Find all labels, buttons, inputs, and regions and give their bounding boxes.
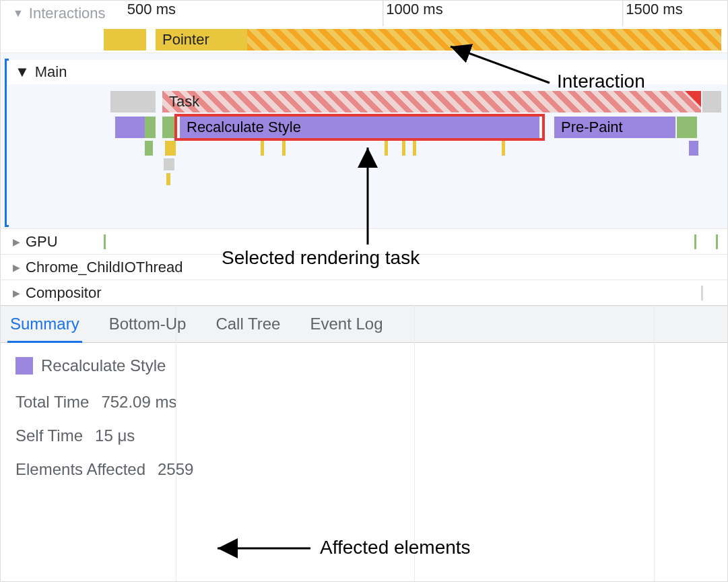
pre-paint-label: Pre-Paint (561, 119, 623, 136)
self-time-label: Self Time (15, 426, 83, 445)
paint-bar-small[interactable] (145, 117, 156, 138)
ruler-tick: 1500 ms (622, 1, 682, 26)
pointer-pre-bar (104, 29, 146, 51)
micro-bar[interactable] (689, 141, 698, 156)
gpu-tick (716, 234, 718, 249)
recalculate-style-label: Recalculate Style (187, 119, 301, 136)
tab-bottom-up[interactable]: Bottom-Up (109, 306, 187, 342)
micro-bar[interactable] (282, 141, 286, 156)
gpu-track[interactable]: ▶ GPU (1, 228, 727, 254)
interactions-track-header[interactable]: ▼ Interactions 500 ms 1000 ms 1500 ms (1, 1, 727, 26)
chrome-childio-label: Chrome_ChildIOThread (26, 259, 183, 276)
ruler-tick: 500 ms (125, 1, 176, 26)
task-label: Task (169, 93, 199, 110)
chevron-right-icon: ▶ (13, 288, 20, 298)
micro-bar[interactable] (261, 141, 264, 156)
compositor-track[interactable]: ▶ Compositor (1, 280, 727, 305)
gpu-tick (104, 234, 106, 249)
pointer-bar[interactable]: Pointer (156, 29, 247, 51)
pre-paint-bar[interactable]: Pre-Paint (554, 117, 675, 138)
total-time-label: Total Time (15, 393, 89, 412)
chevron-right-icon: ▶ (13, 236, 20, 247)
chrome-childio-track[interactable]: ▶ Chrome_ChildIOThread (1, 254, 727, 280)
self-time-row: Self Time 15 μs (15, 426, 713, 445)
chevron-right-icon: ▶ (13, 262, 20, 273)
main-label: Main (35, 63, 67, 81)
self-time-value: 15 μs (95, 426, 135, 445)
gpu-tick (694, 234, 696, 249)
paint-bar-small-2[interactable] (162, 117, 174, 138)
total-time-row: Total Time 752.09 ms (15, 393, 713, 412)
pointer-label: Pointer (162, 31, 209, 48)
compositor-tick (701, 286, 703, 300)
style-bar-small[interactable] (115, 117, 145, 138)
micro-bar[interactable] (164, 158, 174, 170)
tab-call-tree[interactable]: Call Tree (216, 306, 280, 342)
selection-bracket (5, 59, 9, 227)
micro-bar[interactable] (402, 141, 405, 156)
elements-affected-label: Elements Affected (15, 460, 145, 479)
annotation-affected: Affected elements (320, 537, 471, 558)
compositor-label: Compositor (26, 284, 101, 302)
long-task-marker (685, 91, 701, 107)
total-time-value: 752.09 ms (101, 393, 176, 412)
chevron-down-icon: ▼ (13, 7, 24, 20)
tab-event-log[interactable]: Event Log (310, 306, 383, 342)
summary-panel: Recalculate Style Total Time 752.09 ms S… (1, 343, 727, 507)
chevron-down-icon: ▼ (15, 63, 30, 81)
task-bar-trailing[interactable] (702, 91, 721, 112)
ruler-tick: 1000 ms (383, 1, 442, 26)
micro-bar[interactable] (502, 141, 505, 156)
gpu-label: GPU (26, 233, 58, 251)
task-bar-small[interactable] (110, 91, 156, 112)
micro-bar[interactable] (385, 141, 388, 156)
color-swatch (15, 357, 33, 375)
interactions-label: Interactions (29, 5, 106, 22)
micro-bar[interactable] (413, 141, 416, 156)
paint-bar[interactable] (677, 117, 697, 138)
elements-affected-row: Elements Affected 2559 (15, 460, 713, 479)
details-tabs: Summary Bottom-Up Call Tree Event Log (1, 305, 727, 343)
recalculate-style-bar[interactable]: Recalculate Style (180, 117, 539, 138)
micro-bar[interactable] (166, 173, 170, 185)
micro-bar[interactable] (165, 141, 176, 156)
micro-bar[interactable] (145, 141, 153, 156)
tab-summary[interactable]: Summary (10, 306, 79, 342)
interaction-pointer-row[interactable]: Pointer (1, 26, 727, 53)
details-title: Recalculate Style (41, 356, 166, 375)
task-bar[interactable]: Task (162, 91, 701, 112)
pointer-long-task-bar (247, 29, 721, 51)
main-thread-track[interactable]: ▼ Main Task Recalculate Style Pre-Paint (1, 53, 727, 228)
main-track-header[interactable]: ▼ Main (8, 60, 727, 84)
